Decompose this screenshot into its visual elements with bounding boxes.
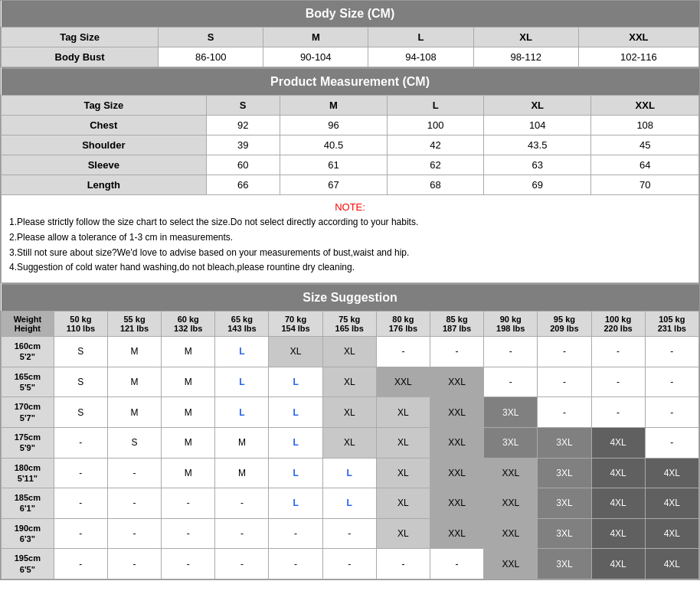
height-175: 175cm5'9": [2, 427, 54, 458]
table-row: 185cm6'1" - - - - L L XL XXL XXL 3XL 4XL…: [2, 488, 699, 519]
note-3: 3.Still not sure about size?We'd love to…: [9, 246, 691, 259]
height-170: 170cm5'7": [2, 397, 54, 428]
weight-col-4: 65 kg143 lbs: [215, 312, 269, 337]
weight-col-11: 100 kg220 lbs: [591, 312, 645, 337]
body-size-col-s: S: [159, 28, 263, 47]
body-size-col-m: M: [263, 28, 368, 47]
note-title: NOTE:: [9, 201, 691, 213]
note-2: 2.Please allow a tolerance of 1-3 cm in …: [9, 231, 691, 244]
product-measurement-title: Product Measurement (CM): [2, 68, 699, 96]
body-size-col-label: Tag Size: [2, 28, 159, 47]
body-size-header-row: Tag Size S M L XL XXL: [2, 28, 699, 47]
weight-col-2: 55 kg121 lbs: [107, 312, 161, 337]
pm-col-m: M: [280, 96, 388, 116]
corner-label: Weight Height: [2, 312, 54, 337]
height-190: 190cm6'3": [2, 518, 54, 549]
row-label-sleeve: Sleeve: [2, 155, 207, 175]
pm-col-xl: XL: [483, 96, 591, 116]
table-row: 165cm5'5" S M M L L XL XXL XXL - - - -: [2, 367, 699, 397]
table-row: Shoulder 39 40.5 42 43.5 45: [2, 135, 699, 155]
note-section: NOTE: 1.Please strictly follow the size …: [1, 195, 699, 283]
table-row: Chest 92 96 100 104 108: [2, 116, 699, 135]
size-suggestion-table: Size Suggestion Weight Height 50 kg110 l…: [1, 283, 699, 579]
pm-col-s: S: [206, 96, 280, 116]
body-size-col-xl: XL: [473, 28, 578, 47]
weight-col-10: 95 kg209 lbs: [538, 312, 591, 337]
height-165: 165cm5'5": [2, 367, 54, 397]
table-row: 180cm5'11" - - M M L L XL XXL XXL 3XL 4X…: [2, 458, 699, 488]
body-bust-m: 90-104: [263, 47, 368, 67]
body-bust-xxl: 102-116: [578, 47, 698, 67]
main-container: Body Size (CM) Tag Size S M L XL XXL Bod…: [0, 0, 700, 580]
table-row: 195cm6'5" - - - - - - - - XXL 3XL 4XL 4X…: [2, 549, 699, 579]
table-row: 175cm5'9" - S M M L XL XL XXL 3XL 3XL 4X…: [2, 427, 699, 458]
body-bust-xl: 98-112: [473, 47, 578, 67]
pm-col-xxl: XXL: [591, 96, 699, 116]
row-label-body-bust: Body Bust: [2, 47, 159, 67]
weight-col-12: 105 kg231 lbs: [645, 312, 698, 337]
body-size-title: Body Size (CM): [2, 1, 699, 28]
weight-col-8: 85 kg187 lbs: [430, 312, 483, 337]
height-185: 185cm6'1": [2, 488, 54, 519]
table-row: 160cm5'2" S M M L XL XL - - - - - -: [2, 337, 699, 367]
height-195: 195cm6'5": [2, 549, 54, 579]
table-row: Length 66 67 68 69 70: [2, 175, 699, 195]
row-label-chest: Chest: [2, 116, 207, 135]
body-size-table: Body Size (CM) Tag Size S M L XL XXL Bod…: [1, 1, 699, 67]
row-label-length: Length: [2, 175, 207, 195]
weight-col-6: 75 kg165 lbs: [322, 312, 376, 337]
height-180: 180cm5'11": [2, 458, 54, 488]
body-bust-l: 94-108: [368, 47, 473, 67]
product-measurement-table: Product Measurement (CM) Tag Size S M L …: [1, 67, 699, 195]
pm-col-l: L: [388, 96, 484, 116]
height-160: 160cm5'2": [2, 337, 54, 367]
table-row: Sleeve 60 61 62 63 64: [2, 155, 699, 175]
table-row: 190cm6'3" - - - - - - XL XXL XXL 3XL 4XL…: [2, 518, 699, 549]
body-size-col-l: L: [368, 28, 473, 47]
note-4: 4.Suggestion of cold water hand washing,…: [9, 261, 691, 274]
note-1: 1.Please strictly follow the size chart …: [9, 216, 691, 229]
row-label-shoulder: Shoulder: [2, 135, 207, 155]
product-measurement-header-row: Tag Size S M L XL XXL: [2, 96, 699, 116]
weight-col-1: 50 kg110 lbs: [54, 312, 107, 337]
body-size-col-xxl: XXL: [578, 28, 698, 47]
table-row: 170cm5'7" S M M L L XL XL XXL 3XL - - -: [2, 397, 699, 428]
body-bust-s: 86-100: [159, 47, 263, 67]
weight-col-7: 80 kg176 lbs: [376, 312, 430, 337]
size-suggestion-header-row: Weight Height 50 kg110 lbs 55 kg121 lbs …: [2, 312, 699, 337]
pm-col-label: Tag Size: [2, 96, 207, 116]
weight-col-5: 70 kg154 lbs: [269, 312, 322, 337]
weight-col-3: 60 kg132 lbs: [162, 312, 215, 337]
weight-col-9: 90 kg198 lbs: [484, 312, 538, 337]
table-row: Body Bust 86-100 90-104 94-108 98-112 10…: [2, 47, 699, 67]
size-suggestion-title: Size Suggestion: [2, 284, 699, 312]
